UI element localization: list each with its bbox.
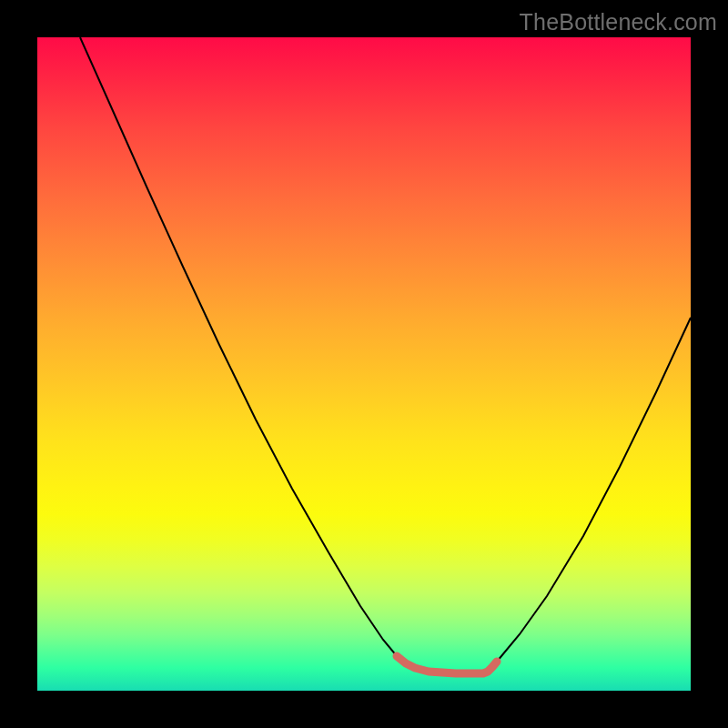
series-container: [80, 37, 691, 673]
series-bottleneck-curve: [80, 37, 691, 673]
chart-frame: TheBottleneck.com: [0, 0, 728, 728]
plot-area: [37, 37, 691, 691]
curve-svg: [37, 37, 691, 691]
watermark-text: TheBottleneck.com: [520, 9, 717, 35]
series-bottom-highlight: [397, 656, 497, 673]
